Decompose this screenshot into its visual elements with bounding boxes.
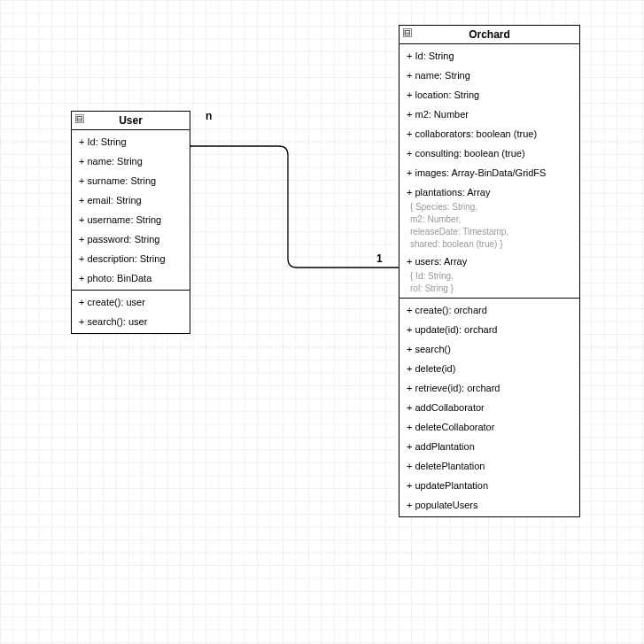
method-row: + delete(id) <box>400 359 579 378</box>
attribute-row: + location: String <box>400 85 579 105</box>
class-user-methods: + create(): user+ search(): user <box>72 290 190 333</box>
attribute-row: + plantations: Array <box>400 182 579 202</box>
attribute-row: + m2: Number <box>400 105 579 124</box>
collapse-icon[interactable]: ⊟ <box>75 114 84 123</box>
class-orchard[interactable]: ⊟ Orchard + Id: String+ name: String+ lo… <box>399 25 580 517</box>
method-row: + create(): orchard <box>400 300 579 320</box>
attribute-row: + Id: String <box>400 46 579 66</box>
attribute-row: + consulting: boolean (true) <box>400 144 579 163</box>
attribute-row: + description: String <box>72 249 190 268</box>
method-row: + addCollaborator <box>400 398 579 417</box>
attribute-sub-row: { Id: String, <box>400 271 579 283</box>
attribute-row: + images: Array-BinData/GridFS <box>400 163 579 182</box>
method-row: + search(): user <box>72 312 190 331</box>
method-row: + deleteCollaborator <box>400 417 579 437</box>
method-row: + populateUsers <box>400 495 579 515</box>
class-user[interactable]: ⊟ User + Id: String+ name: String+ surna… <box>71 111 190 334</box>
attribute-row: + collaborators: boolean (true) <box>400 124 579 144</box>
attribute-row: + username: String <box>72 210 190 229</box>
method-row: + retrieve(id): orchard <box>400 378 579 398</box>
attribute-row: + email: String <box>72 190 190 210</box>
attribute-row: + password: String <box>72 229 190 249</box>
attribute-sub-row: releaseDate: Timestamp, <box>400 227 579 239</box>
attribute-sub-row: { Species: String, <box>400 202 579 214</box>
class-orchard-methods: + create(): orchard+ update(id): orchard… <box>400 298 579 516</box>
attribute-row: + Id: String <box>72 132 190 151</box>
method-row: + deletePlantation <box>400 456 579 476</box>
method-row: + create(): user <box>72 292 190 312</box>
attribute-sub-row: rol: String } <box>400 283 579 296</box>
class-orchard-title: Orchard <box>469 28 510 41</box>
multiplicity-1: 1 <box>376 252 383 265</box>
method-row: + search() <box>400 339 579 359</box>
attribute-row: + surname: String <box>72 171 190 190</box>
class-user-attributes: + Id: String+ name: String+ surname: Str… <box>72 130 190 290</box>
method-row: + addPlantation <box>400 437 579 456</box>
method-row: + updatePlantation <box>400 476 579 495</box>
attribute-row: + photo: BinData <box>72 268 190 288</box>
class-orchard-attributes: + Id: String+ name: String+ location: St… <box>400 44 579 298</box>
class-user-title: User <box>119 114 143 127</box>
attribute-sub-row: shared: boolean (true) } <box>400 239 579 252</box>
class-orchard-title-bar: ⊟ Orchard <box>400 26 579 44</box>
attribute-row: + users: Array <box>400 252 579 271</box>
class-user-title-bar: ⊟ User <box>72 112 190 130</box>
method-row: + update(id): orchard <box>400 320 579 339</box>
attribute-sub-row: m2: Number, <box>400 214 579 227</box>
multiplicity-n: n <box>206 110 212 122</box>
collapse-icon[interactable]: ⊟ <box>403 28 412 37</box>
attribute-row: + name: String <box>400 66 579 85</box>
attribute-row: + name: String <box>72 151 190 171</box>
